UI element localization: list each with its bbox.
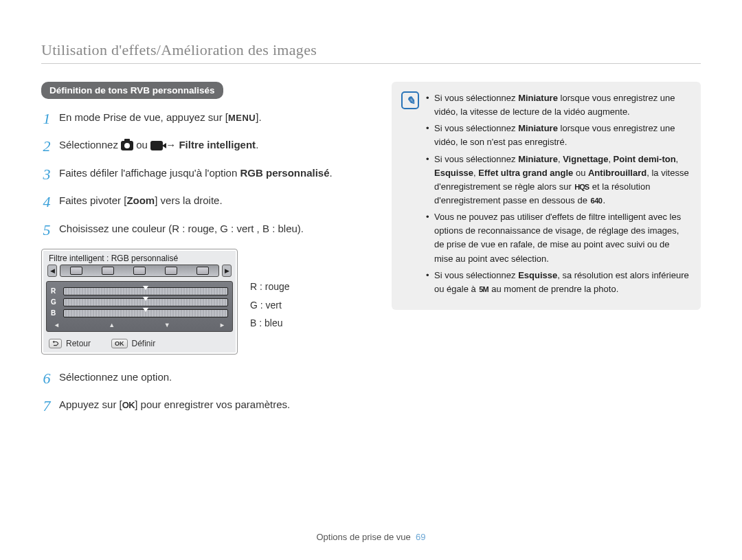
step-number: 6 xyxy=(41,370,52,388)
ok-key-icon: OK xyxy=(111,339,128,348)
step-text: Sélectionnez une option. xyxy=(59,370,172,388)
rgb-personnalise-label: RGB personnalisé xyxy=(240,167,329,179)
zoom-label: Zoom xyxy=(126,194,155,206)
step-number: 7 xyxy=(41,397,52,415)
right-column: ✎ Si vous sélectionnez Miniature lorsque… xyxy=(392,82,701,425)
panel-toolbar: ◀ ▶ xyxy=(42,265,237,280)
panel-footer: ⮌ Retour OK Définir xyxy=(42,335,237,354)
legend-g: G : vert xyxy=(250,296,290,315)
step-text: Choisissez une couleur (R : rouge, G : v… xyxy=(59,221,304,239)
step-4: 4 Faites pivoter [Zoom] vers la droite. xyxy=(41,193,364,211)
record-speed-icon: HQS xyxy=(574,181,589,193)
menu-key-label: MENU xyxy=(228,113,256,123)
step-number: 2 xyxy=(41,137,52,155)
info-icon: ✎ xyxy=(401,91,419,109)
nav-down-icon: ▼ xyxy=(164,322,170,328)
step-6: 6 Sélectionnez une option. xyxy=(41,370,364,388)
slider-g[interactable] xyxy=(63,298,228,306)
step-2: 2 Sélectionnez ou → Filtre intelligent. xyxy=(41,137,364,155)
step-number: 1 xyxy=(41,110,52,128)
info-list: Si vous sélectionnez Miniature lorsque v… xyxy=(426,91,690,299)
info-item: Si vous sélectionnez Miniature lorsque v… xyxy=(426,91,690,119)
step-number: 3 xyxy=(41,166,52,183)
slider-row-g: G xyxy=(51,298,228,306)
back-key-icon: ⮌ xyxy=(49,339,62,348)
step-3: 3 Faites défiler l'affichage jusqu'à l'o… xyxy=(41,166,364,183)
title-divider xyxy=(41,63,701,64)
steps-list: 1 En mode Prise de vue, appuyez sur [MEN… xyxy=(41,110,364,239)
set-label: Définir xyxy=(132,339,156,348)
section-heading: Définition de tons RVB personnalisés xyxy=(41,82,223,99)
step-text: Sélectionnez ou → Filtre intelligent. xyxy=(59,137,258,155)
step-7: 7 Appuyez sur [OK] pour enregistrer vos … xyxy=(41,397,364,415)
slider-b[interactable] xyxy=(63,309,228,317)
page-footer: Options de prise de vue 69 xyxy=(0,532,742,542)
rgb-slider-area: R G B ◄ ▲ xyxy=(46,281,233,332)
legend-b: B : bleu xyxy=(250,314,290,333)
video-mode-icon xyxy=(150,141,163,150)
step-text: Faites pivoter [Zoom] vers la droite. xyxy=(59,193,223,211)
back-button[interactable]: ⮌ Retour xyxy=(49,339,91,348)
step-number: 5 xyxy=(41,221,52,239)
slider-r[interactable] xyxy=(63,287,228,295)
info-item: Si vous sélectionnez Miniature lorsque v… xyxy=(426,122,690,149)
panel-title: Filtre intelligent : RGB personnalisé xyxy=(42,249,237,265)
slider-row-b: B xyxy=(51,309,228,317)
page-title: Utilisation d'effets/Amélioration des im… xyxy=(41,41,701,59)
filter-intelligent-label: Filtre intelligent xyxy=(179,139,256,150)
resolution-5m-icon: 5M xyxy=(478,284,488,295)
page-number: 69 xyxy=(416,532,425,542)
left-column: Définition de tons RVB personnalisés 1 E… xyxy=(41,82,364,425)
info-item: Vous ne pouvez pas utiliser d'effets de … xyxy=(426,210,690,266)
rgb-settings-panel: Filtre intelligent : RGB personnalisé ◀ … xyxy=(41,249,238,355)
steps-list-continued: 6 Sélectionnez une option. 7 Appuyez sur… xyxy=(41,370,364,416)
step-1: 1 En mode Prise de vue, appuyez sur [MEN… xyxy=(41,110,364,128)
step-5: 5 Choisissez une couleur (R : rouge, G :… xyxy=(41,221,364,239)
step-text: En mode Prise de vue, appuyez sur [MENU]… xyxy=(59,110,262,128)
slider-label-b: B xyxy=(51,309,59,317)
step-number: 4 xyxy=(41,193,52,211)
toolbar-prev-icon[interactable]: ◀ xyxy=(47,265,57,277)
ok-key-label: OK xyxy=(122,400,135,410)
camera-mode-icon xyxy=(121,141,133,150)
slider-label-g: G xyxy=(51,298,59,306)
nav-up-icon: ▲ xyxy=(109,322,115,328)
nav-right-icon: ► xyxy=(219,322,225,328)
back-label: Retour xyxy=(66,339,91,348)
toolbar-next-icon[interactable]: ▶ xyxy=(222,265,232,277)
slider-label-r: R xyxy=(51,287,59,295)
set-button[interactable]: OK Définir xyxy=(111,339,155,348)
slider-row-r: R xyxy=(51,287,228,295)
nav-indicators: ◄ ▲ ▼ ► xyxy=(51,320,228,328)
legend-r: R : rouge xyxy=(250,278,290,296)
step-text: Faites défiler l'affichage jusqu'à l'opt… xyxy=(59,166,333,183)
rgb-legend: R : rouge G : vert B : bleu xyxy=(250,249,290,355)
resolution-640-icon: 640 xyxy=(590,195,603,207)
info-item: Si vous sélectionnez Esquisse, sa résolu… xyxy=(426,269,690,296)
info-box: ✎ Si vous sélectionnez Miniature lorsque… xyxy=(392,82,701,310)
footer-label: Options de prise de vue xyxy=(316,532,410,542)
nav-left-icon: ◄ xyxy=(54,322,60,328)
toolbar-presets[interactable] xyxy=(60,265,219,277)
info-item: Si vous sélectionnez Miniature, Vignetta… xyxy=(426,153,690,208)
step-text: Appuyez sur [OK] pour enregistrer vos pa… xyxy=(59,397,290,415)
